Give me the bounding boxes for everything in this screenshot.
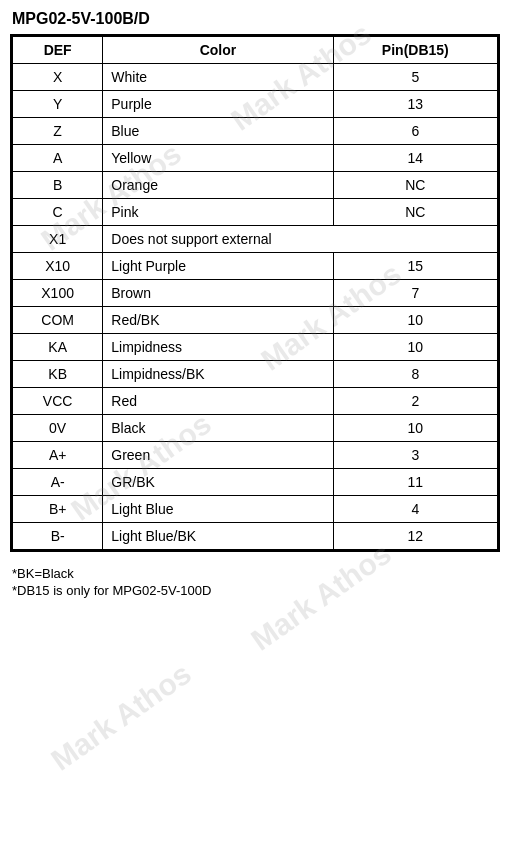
table-row: AYellow14: [13, 145, 498, 172]
table-row: KALimpidness10: [13, 334, 498, 361]
cell-def: 0V: [13, 415, 103, 442]
cell-color: Light Blue: [103, 496, 333, 523]
data-table-wrapper: DEF Color Pin(DB15) XWhite5YPurple13ZBlu…: [10, 34, 500, 552]
cell-pin: 11: [333, 469, 497, 496]
cell-pin: 13: [333, 91, 497, 118]
cell-def: Z: [13, 118, 103, 145]
footnotes: *BK=Black *DB15 is only for MPG02-5V-100…: [10, 560, 505, 604]
table-row: KBLimpidness/BK8: [13, 361, 498, 388]
table-row: 0VBlack10: [13, 415, 498, 442]
cell-color: Yellow: [103, 145, 333, 172]
cell-color: Limpidness/BK: [103, 361, 333, 388]
table-header-row: DEF Color Pin(DB15): [13, 37, 498, 64]
cell-pin: 15: [333, 253, 497, 280]
cell-def: A-: [13, 469, 103, 496]
cell-color: Limpidness: [103, 334, 333, 361]
cell-def: B: [13, 172, 103, 199]
cell-pin: 4: [333, 496, 497, 523]
cell-def: X100: [13, 280, 103, 307]
cell-pin: NC: [333, 199, 497, 226]
cell-pin: 8: [333, 361, 497, 388]
cell-color: White: [103, 64, 333, 91]
cell-color: Purple: [103, 91, 333, 118]
cell-pin: 5: [333, 64, 497, 91]
table-row: XWhite5: [13, 64, 498, 91]
footnote-2: *DB15 is only for MPG02-5V-100D: [12, 583, 503, 598]
cell-color-span: Does not support external: [103, 226, 498, 253]
table-row: X1Does not support external: [13, 226, 498, 253]
cell-def: KB: [13, 361, 103, 388]
footnote-1: *BK=Black: [12, 566, 503, 581]
cell-color: GR/BK: [103, 469, 333, 496]
cell-def: B-: [13, 523, 103, 550]
table-row: CPinkNC: [13, 199, 498, 226]
cell-color: Light Purple: [103, 253, 333, 280]
cell-color: Light Blue/BK: [103, 523, 333, 550]
table-row: X10Light Purple15: [13, 253, 498, 280]
cell-color: Red/BK: [103, 307, 333, 334]
table-row: A+Green3: [13, 442, 498, 469]
cell-pin: 7: [333, 280, 497, 307]
table-row: B-Light Blue/BK12: [13, 523, 498, 550]
table-row: COMRed/BK10: [13, 307, 498, 334]
cell-def: VCC: [13, 388, 103, 415]
table-row: YPurple13: [13, 91, 498, 118]
cell-def: X1: [13, 226, 103, 253]
col-header-color: Color: [103, 37, 333, 64]
cell-color: Blue: [103, 118, 333, 145]
cell-def: X10: [13, 253, 103, 280]
cell-color: Green: [103, 442, 333, 469]
cell-pin: 10: [333, 307, 497, 334]
table-row: X100Brown7: [13, 280, 498, 307]
cell-pin: 14: [333, 145, 497, 172]
cell-pin: NC: [333, 172, 497, 199]
table-row: BOrangeNC: [13, 172, 498, 199]
col-header-pin: Pin(DB15): [333, 37, 497, 64]
col-header-def: DEF: [13, 37, 103, 64]
cell-color: Brown: [103, 280, 333, 307]
cell-color: Orange: [103, 172, 333, 199]
table-row: B+Light Blue4: [13, 496, 498, 523]
cell-color: Red: [103, 388, 333, 415]
cell-pin: 10: [333, 415, 497, 442]
cell-pin: 2: [333, 388, 497, 415]
cell-pin: 10: [333, 334, 497, 361]
cell-def: KA: [13, 334, 103, 361]
cell-def: COM: [13, 307, 103, 334]
cell-def: A: [13, 145, 103, 172]
cell-pin: 12: [333, 523, 497, 550]
table-row: ZBlue6: [13, 118, 498, 145]
watermark-6: Mark Athos: [45, 657, 197, 778]
cell-color: Black: [103, 415, 333, 442]
page-title: MPG02-5V-100B/D: [10, 10, 505, 28]
cell-pin: 3: [333, 442, 497, 469]
table-row: A-GR/BK11: [13, 469, 498, 496]
cell-pin: 6: [333, 118, 497, 145]
pin-table: DEF Color Pin(DB15) XWhite5YPurple13ZBlu…: [12, 36, 498, 550]
table-row: VCCRed2: [13, 388, 498, 415]
cell-def: C: [13, 199, 103, 226]
cell-def: Y: [13, 91, 103, 118]
cell-def: B+: [13, 496, 103, 523]
cell-def: A+: [13, 442, 103, 469]
cell-def: X: [13, 64, 103, 91]
cell-color: Pink: [103, 199, 333, 226]
